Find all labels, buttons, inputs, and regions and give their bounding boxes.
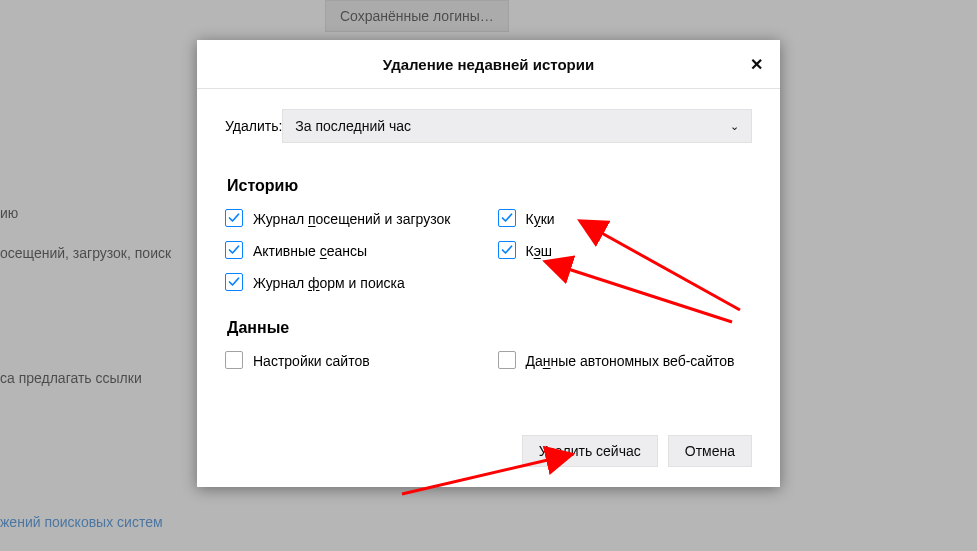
checkbox-cache[interactable]	[498, 241, 516, 259]
time-range-label: Удалить:	[225, 118, 282, 134]
cancel-label: Отмена	[685, 443, 735, 459]
label-active-sessions: Активные сеансы	[253, 241, 367, 261]
checkbox-browsing-history[interactable]	[225, 209, 243, 227]
label-browsing-history: Журнал посещений и загрузок	[253, 209, 450, 229]
time-range-value: За последний час	[295, 118, 411, 134]
option-active-sessions: Активные сеансы	[225, 241, 480, 261]
chevron-down-icon: ⌄	[730, 120, 739, 133]
clear-now-label: Удалить сейчас	[539, 443, 641, 459]
dialog-header: Удаление недавней истории ✕	[197, 40, 780, 89]
dialog-footer: Удалить сейчас Отмена	[197, 435, 780, 487]
data-options: Настройки сайтов Данные автономных веб-с…	[225, 351, 752, 371]
section-title-data: Данные	[227, 319, 752, 337]
dialog-body: Удалить: За последний час ⌄ Историю Журн…	[197, 89, 780, 435]
history-options: Журнал посещений и загрузок Куки Активны…	[225, 209, 752, 293]
time-range-select[interactable]: За последний час ⌄	[282, 109, 752, 143]
dialog-title: Удаление недавней истории	[383, 56, 594, 73]
label-form-search-history: Журнал форм и поиска	[253, 273, 405, 293]
option-cache: Кэш	[498, 241, 753, 261]
checkbox-site-preferences[interactable]	[225, 351, 243, 369]
option-browsing-history: Журнал посещений и загрузок	[225, 209, 480, 229]
time-range-row: Удалить: За последний час ⌄	[225, 109, 752, 143]
checkbox-offline-data[interactable]	[498, 351, 516, 369]
cancel-button[interactable]: Отмена	[668, 435, 752, 467]
option-site-preferences: Настройки сайтов	[225, 351, 480, 371]
checkbox-cookies[interactable]	[498, 209, 516, 227]
label-offline-data: Данные автономных веб-сайтов	[526, 351, 735, 371]
checkbox-form-search-history[interactable]	[225, 273, 243, 291]
clear-now-button[interactable]: Удалить сейчас	[522, 435, 658, 467]
label-site-preferences: Настройки сайтов	[253, 351, 370, 371]
label-cache: Кэш	[526, 241, 553, 261]
option-cookies: Куки	[498, 209, 753, 229]
close-icon: ✕	[750, 55, 763, 74]
checkbox-active-sessions[interactable]	[225, 241, 243, 259]
section-title-history: Историю	[227, 177, 752, 195]
clear-history-dialog: Удаление недавней истории ✕ Удалить: За …	[197, 40, 780, 487]
option-offline-data: Данные автономных веб-сайтов	[498, 351, 753, 371]
option-form-search-history: Журнал форм и поиска	[225, 273, 480, 293]
close-button[interactable]: ✕	[738, 46, 774, 82]
label-cookies: Куки	[526, 209, 555, 229]
